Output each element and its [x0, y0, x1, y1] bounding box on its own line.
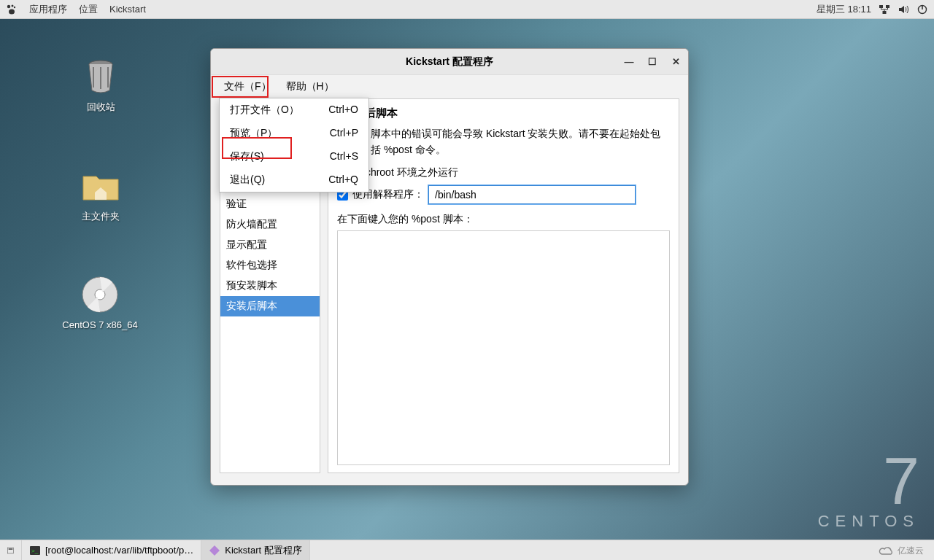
- svg-point-0: [7, 4, 10, 7]
- disc-icon: [80, 274, 120, 315]
- menu-save[interactable]: 保存(S)Ctrl+S: [220, 145, 368, 168]
- minimize-button[interactable]: —: [622, 55, 636, 69]
- desktop-home-label: 主文件夹: [64, 210, 137, 223]
- menu-quit[interactable]: 退出(Q)Ctrl+Q: [220, 168, 368, 192]
- watermark-logo: 亿速云: [879, 545, 924, 557]
- desktop-trash-label: 回收站: [64, 101, 137, 114]
- svg-rect-5: [886, 5, 889, 8]
- desktop-disc-label: CentOS 7 x86_64: [53, 319, 147, 330]
- show-desktop-button[interactable]: [0, 540, 22, 560]
- svg-point-1: [12, 4, 14, 7]
- menu-current-app[interactable]: Kickstart: [109, 4, 146, 15]
- sidebar-item-display[interactable]: 显示配置: [220, 235, 320, 255]
- trash-icon: [80, 55, 121, 96]
- content-heading: 后脚本: [365, 106, 670, 120]
- taskbar-kickstart[interactable]: Kickstart 配置程序: [201, 540, 309, 560]
- warning-text: 脚本中的错误可能会导致 Kickstart 安装失败。请不要在起始处包括 %po…: [371, 126, 670, 158]
- interpreter-input[interactable]: [428, 185, 636, 204]
- enter-script-label: 在下面键入您的 %post 脚本：: [337, 213, 670, 226]
- menu-applications[interactable]: 应用程序: [29, 3, 67, 16]
- svg-rect-14: [9, 548, 13, 550]
- sidebar-item-auth[interactable]: 验证: [220, 194, 320, 214]
- close-button[interactable]: ✕: [669, 55, 682, 69]
- file-menu-dropdown: 打开文件（O）Ctrl+O 预览（P）Ctrl+P 保存(S)Ctrl+S 退出…: [219, 98, 369, 192]
- top-panel: 应用程序 位置 Kickstart 星期三 18:11: [0, 0, 934, 19]
- desktop-home[interactable]: 主文件夹: [64, 165, 137, 223]
- taskbar-kickstart-label: Kickstart 配置程序: [225, 544, 301, 557]
- volume-icon[interactable]: [898, 4, 909, 15]
- maximize-button[interactable]: ☐: [646, 55, 659, 69]
- sidebar-item-postscript[interactable]: 安装后脚本: [220, 296, 320, 316]
- menubar: 文件（F） 帮助（H）: [211, 75, 688, 98]
- clock[interactable]: 星期三 18:11: [817, 3, 871, 16]
- sidebar-item-packages[interactable]: 软件包选择: [220, 255, 320, 276]
- desktop-disc[interactable]: CentOS 7 x86_64: [53, 274, 147, 330]
- svg-rect-4: [879, 5, 883, 8]
- svg-point-3: [9, 9, 15, 14]
- script-textarea[interactable]: [337, 230, 670, 465]
- svg-text:>_: >_: [31, 548, 39, 554]
- svg-point-2: [14, 6, 15, 7]
- menu-open-file[interactable]: 打开文件（O）Ctrl+O: [220, 98, 368, 122]
- window-title: Kickstart 配置程序: [406, 55, 493, 69]
- titlebar[interactable]: Kickstart 配置程序 — ☐ ✕: [211, 49, 688, 75]
- centos-watermark: 7 CENTOS: [818, 455, 919, 531]
- sidebar-item-prescript[interactable]: 预安装脚本: [220, 276, 320, 296]
- network-icon[interactable]: [879, 4, 890, 15]
- folder-home-icon: [80, 165, 121, 206]
- svg-rect-6: [883, 11, 887, 14]
- content-pane: 后脚本 ! 脚本中的错误可能会导致 Kickstart 安装失败。请不要在起始处…: [328, 98, 679, 473]
- menu-file[interactable]: 文件（F）: [217, 77, 279, 96]
- menu-help[interactable]: 帮助（H）: [279, 77, 341, 96]
- menu-preview[interactable]: 预览（P）Ctrl+P: [220, 122, 368, 145]
- desktop-trash[interactable]: 回收站: [64, 55, 137, 114]
- gnome-foot-icon: [6, 4, 18, 15]
- taskbar-terminal-label: [root@localhost:/var/lib/tftpboot/p…: [45, 545, 193, 556]
- menu-places[interactable]: 位置: [79, 3, 98, 16]
- sidebar-item-firewall[interactable]: 防火墙配置: [220, 214, 320, 235]
- taskbar: >_ [root@localhost:/var/lib/tftpboot/p… …: [0, 540, 934, 560]
- power-icon[interactable]: [916, 4, 928, 15]
- taskbar-terminal[interactable]: >_ [root@localhost:/var/lib/tftpboot/p…: [22, 540, 201, 560]
